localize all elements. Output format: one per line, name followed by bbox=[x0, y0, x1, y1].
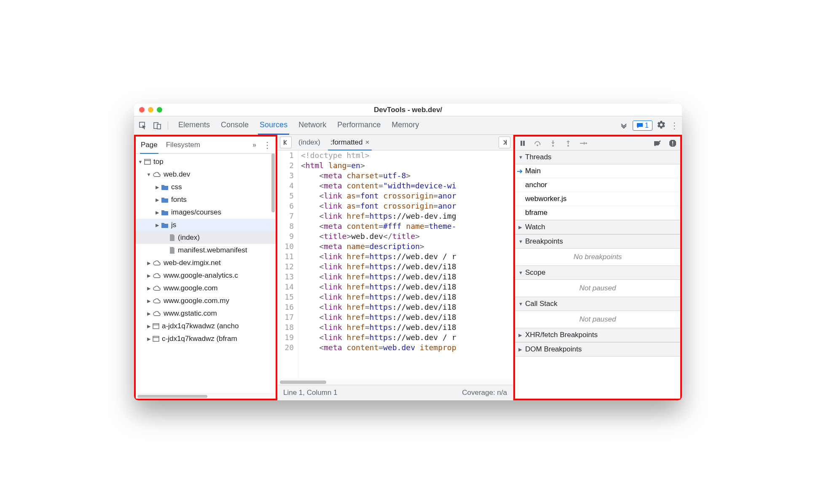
section-body: No breakpoints bbox=[515, 249, 680, 265]
expand-arrow-icon: ▼ bbox=[518, 239, 525, 244]
pause-exceptions-icon[interactable] bbox=[668, 138, 678, 148]
expand-arrow-icon[interactable]: ▼ bbox=[137, 159, 143, 164]
tree-item[interactable]: manifest.webmanifest bbox=[136, 244, 276, 257]
svg-rect-22 bbox=[672, 141, 673, 144]
file-icon bbox=[169, 234, 175, 241]
panel-tab-memory[interactable]: Memory bbox=[390, 118, 421, 133]
step-out-icon[interactable] bbox=[563, 138, 573, 148]
section-header-threads[interactable]: ▼Threads bbox=[515, 150, 680, 164]
horizontal-scrollbar[interactable] bbox=[136, 394, 276, 399]
more-navigator-tabs-icon[interactable]: » bbox=[252, 141, 256, 149]
cloud-icon bbox=[153, 273, 161, 279]
section-header-call-stack[interactable]: ▼Call Stack bbox=[515, 297, 680, 311]
expand-arrow-icon[interactable]: ▶ bbox=[146, 286, 152, 291]
pause-icon[interactable] bbox=[518, 138, 528, 148]
section-title: Breakpoints bbox=[525, 237, 563, 246]
expand-arrow-icon[interactable]: ▶ bbox=[146, 260, 152, 266]
thread-item[interactable]: bframe bbox=[515, 206, 680, 220]
section-title: Scope bbox=[525, 268, 545, 277]
section-header-xhr-fetch-breakpoints[interactable]: ▶XHR/fetch Breakpoints bbox=[515, 328, 680, 342]
navigator-options-icon[interactable]: ⋮ bbox=[263, 140, 271, 150]
panel-tab-elements[interactable]: Elements bbox=[177, 118, 212, 133]
tree-item[interactable]: ▼top bbox=[136, 155, 276, 168]
panel-tab-network[interactable]: Network bbox=[297, 118, 328, 133]
window-icon bbox=[153, 336, 159, 342]
device-toolbar-icon[interactable] bbox=[152, 120, 163, 131]
tree-item-label: manifest.webmanifest bbox=[178, 246, 247, 255]
tree-item[interactable]: ▶images/courses bbox=[136, 206, 276, 219]
svg-rect-11 bbox=[521, 141, 522, 146]
window-title: DevTools - web.dev/ bbox=[134, 106, 682, 114]
tree-item[interactable]: ▶a-jdx1q7kwadwz (ancho bbox=[136, 320, 276, 332]
more-options-icon[interactable]: ⋮ bbox=[670, 121, 679, 131]
settings-icon[interactable] bbox=[657, 120, 666, 131]
debugger-panel: ▼Threads➔Mainanchorwebworker.jsbframe▶Wa… bbox=[513, 135, 682, 400]
tree-item[interactable]: ▶web-dev.imgix.net bbox=[136, 257, 276, 269]
step-over-icon[interactable] bbox=[533, 138, 543, 148]
section-header-watch[interactable]: ▶Watch bbox=[515, 220, 680, 234]
cloud-icon bbox=[153, 311, 161, 316]
maximize-window-button[interactable] bbox=[157, 107, 162, 113]
tree-item[interactable]: ▶www.google.com bbox=[136, 282, 276, 295]
tree-item[interactable]: ▶js bbox=[136, 219, 276, 231]
file-tree: ▼top▼web.dev▶css▶fonts▶images/courses▶js… bbox=[136, 154, 276, 394]
deactivate-breakpoints-icon[interactable] bbox=[652, 138, 663, 148]
line-gutter: 1234567891011121314151617181920 bbox=[277, 150, 298, 380]
section-empty-text: Not paused bbox=[515, 311, 680, 328]
code-editor[interactable]: 1234567891011121314151617181920 <!doctyp… bbox=[277, 150, 513, 380]
expand-arrow-icon[interactable]: ▶ bbox=[154, 210, 160, 215]
svg-point-17 bbox=[567, 145, 569, 147]
tree-item-label: web-dev.imgix.net bbox=[164, 259, 221, 267]
editor-statusbar: Line 1, Column 1 Coverage: n/a bbox=[277, 385, 513, 400]
tree-item[interactable]: ▶css bbox=[136, 181, 276, 193]
thread-item[interactable]: anchor bbox=[515, 178, 680, 192]
window-icon bbox=[144, 159, 151, 165]
editor-prev-button[interactable] bbox=[280, 137, 292, 148]
expand-arrow-icon[interactable]: ▶ bbox=[146, 273, 152, 279]
tree-item-label: c-jdx1q7kwadwz (bfram bbox=[162, 335, 237, 343]
close-tab-icon[interactable]: × bbox=[365, 138, 370, 146]
expand-arrow-icon[interactable]: ▶ bbox=[154, 185, 160, 190]
editor-tab[interactable]: (index) bbox=[294, 137, 325, 148]
tree-item-label: www.google.com bbox=[164, 284, 218, 292]
tree-item[interactable]: (index) bbox=[136, 231, 276, 244]
navigator-tab-filesystem[interactable]: Filesystem bbox=[165, 139, 201, 151]
vertical-scrollbar[interactable] bbox=[271, 153, 275, 212]
step-into-icon[interactable] bbox=[548, 138, 558, 148]
section-header-breakpoints[interactable]: ▼Breakpoints bbox=[515, 234, 680, 249]
navigator-tab-page[interactable]: Page bbox=[140, 139, 158, 151]
messages-badge[interactable]: 1 bbox=[633, 121, 652, 131]
editor-next-button[interactable] bbox=[499, 137, 510, 148]
tree-item-label: web.dev bbox=[164, 170, 190, 179]
expand-arrow-icon[interactable]: ▶ bbox=[154, 197, 160, 203]
close-window-button[interactable] bbox=[139, 107, 145, 113]
tree-item[interactable]: ▶fonts bbox=[136, 193, 276, 206]
tree-item-label: js bbox=[171, 221, 176, 229]
editor-horizontal-scrollbar[interactable] bbox=[277, 380, 513, 385]
panel-tab-console[interactable]: Console bbox=[219, 118, 250, 133]
section-header-dom-breakpoints[interactable]: ▶DOM Breakpoints bbox=[515, 342, 680, 357]
editor-tab[interactable]: :formatted× bbox=[326, 137, 373, 148]
minimize-window-button[interactable] bbox=[148, 107, 153, 113]
expand-arrow-icon[interactable]: ▶ bbox=[146, 324, 152, 329]
panel-tab-performance[interactable]: Performance bbox=[336, 118, 382, 133]
tree-item[interactable]: ▶c-jdx1q7kwadwz (bfram bbox=[136, 332, 276, 345]
section-header-scope[interactable]: ▼Scope bbox=[515, 265, 680, 280]
svg-rect-2 bbox=[157, 124, 161, 129]
expand-arrow-icon[interactable]: ▶ bbox=[146, 311, 152, 316]
tree-item[interactable]: ▶www.google.com.my bbox=[136, 295, 276, 307]
inspect-element-icon[interactable] bbox=[137, 120, 148, 131]
expand-arrow-icon[interactable]: ▼ bbox=[146, 172, 152, 177]
more-tabs-icon[interactable] bbox=[618, 120, 629, 131]
step-icon[interactable] bbox=[578, 138, 588, 148]
tree-item[interactable]: ▶www.gstatic.com bbox=[136, 307, 276, 320]
expand-arrow-icon[interactable]: ▶ bbox=[146, 336, 152, 342]
tree-item[interactable]: ▼web.dev bbox=[136, 168, 276, 181]
thread-item[interactable]: webworker.js bbox=[515, 192, 680, 206]
tree-item[interactable]: ▶www.google-analytics.c bbox=[136, 269, 276, 282]
section-title: Threads bbox=[525, 153, 551, 161]
thread-item[interactable]: ➔Main bbox=[515, 164, 680, 178]
expand-arrow-icon[interactable]: ▶ bbox=[146, 298, 152, 304]
expand-arrow-icon[interactable]: ▶ bbox=[154, 223, 160, 228]
panel-tab-sources[interactable]: Sources bbox=[258, 118, 289, 133]
